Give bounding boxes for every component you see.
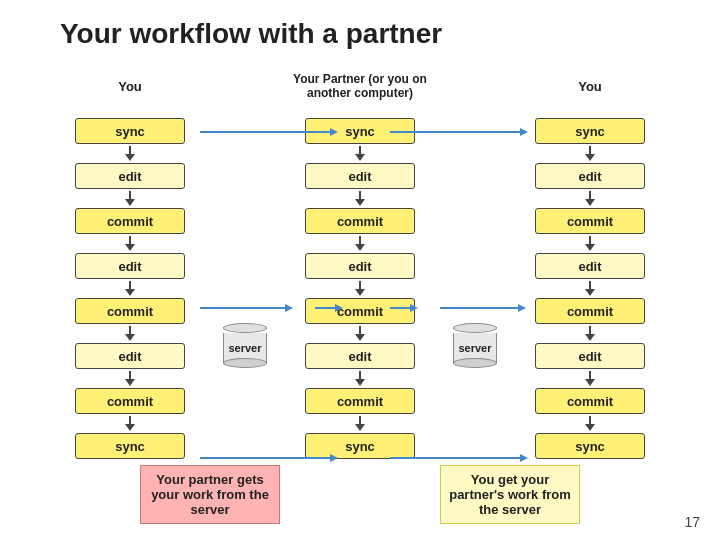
step-p-sync-1: sync	[305, 118, 415, 144]
step-p-edit-2: edit	[305, 253, 415, 279]
server-right: server	[453, 323, 497, 368]
step-sync-2: sync	[75, 433, 185, 459]
footer-left: Your partner gets your work from the ser…	[140, 465, 280, 524]
step-r-sync-1: sync	[535, 118, 645, 144]
page-number: 17	[684, 514, 700, 530]
server-left: server	[223, 323, 267, 368]
step-r-sync-2: sync	[535, 433, 645, 459]
footer-area: Your partner gets your work from the ser…	[0, 465, 720, 524]
step-edit-2: edit	[75, 253, 185, 279]
step-edit-1: edit	[75, 163, 185, 189]
step-p-commit-2: commit	[305, 298, 415, 324]
step-r-edit-3: edit	[535, 343, 645, 369]
step-p-edit-3: edit	[305, 343, 415, 369]
step-p-commit-1: commit	[305, 208, 415, 234]
step-r-edit-1: edit	[535, 163, 645, 189]
step-p-commit-3: commit	[305, 388, 415, 414]
step-p-sync-2: sync	[305, 433, 415, 459]
label-you-right: You	[578, 60, 602, 112]
page-title: Your workflow with a partner	[0, 0, 720, 60]
step-commit-2: commit	[75, 298, 185, 324]
step-r-commit-1: commit	[535, 208, 645, 234]
column-partner: Your Partner (or you on another computer…	[285, 60, 435, 461]
step-r-edit-2: edit	[535, 253, 645, 279]
step-commit-1: commit	[75, 208, 185, 234]
step-r-commit-3: commit	[535, 388, 645, 414]
step-sync-1: sync	[75, 118, 185, 144]
step-commit-3: commit	[75, 388, 185, 414]
column-you-right: You sync edit commit edit commit edit co…	[515, 60, 665, 461]
label-partner: Your Partner (or you on another computer…	[285, 60, 435, 112]
label-you-left: You	[118, 60, 142, 112]
step-edit-3: edit	[75, 343, 185, 369]
footer-right: You get your partner's work from the ser…	[440, 465, 580, 524]
column-you-left: You sync edit commit edit commit edit co…	[55, 60, 205, 461]
step-p-edit-1: edit	[305, 163, 415, 189]
step-r-commit-2: commit	[535, 298, 645, 324]
